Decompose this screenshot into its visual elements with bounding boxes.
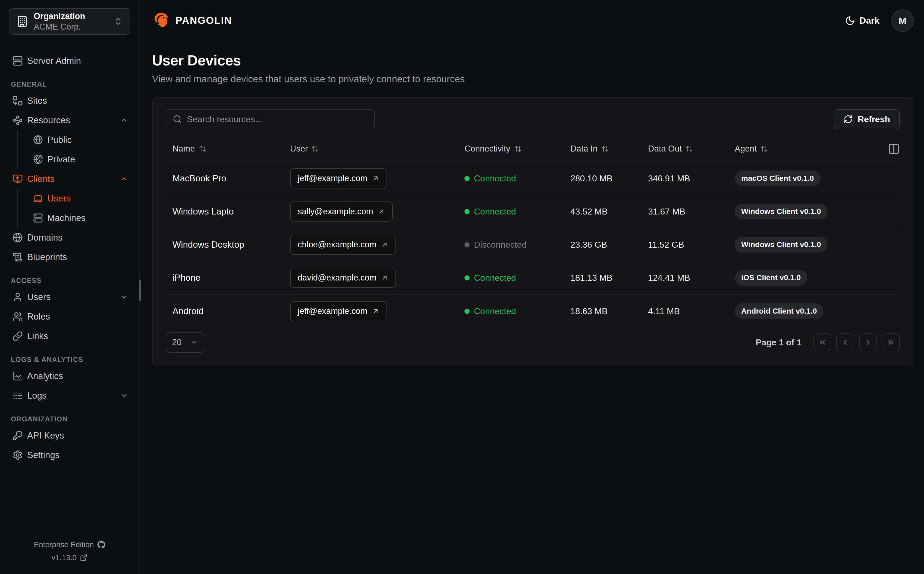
- column-header-name[interactable]: Name: [166, 144, 288, 154]
- sort-icon[interactable]: [686, 145, 693, 153]
- connectivity-status: Connected: [464, 207, 516, 217]
- table-row: iPhone david@example.com Connected 181.1…: [166, 262, 900, 295]
- user-link-chip[interactable]: david@example.com: [290, 268, 396, 288]
- sidebar: Organization ACME Corp. Server Admin GEN…: [0, 0, 140, 574]
- chart-line-icon: [13, 371, 23, 381]
- sidebar-item-sites[interactable]: Sites: [0, 91, 139, 110]
- user-link-chip[interactable]: chloe@example.com: [290, 235, 396, 255]
- arrow-up-right-icon: [372, 308, 379, 315]
- sidebar-item-label: Server Admin: [27, 56, 81, 66]
- chevron-down-icon[interactable]: [120, 293, 128, 301]
- user-link-chip[interactable]: sally@example.com: [290, 202, 393, 222]
- sidebar-item-label: Public: [47, 135, 72, 145]
- sidebar-scrollbar-thumb[interactable]: [139, 280, 141, 301]
- column-label: Connectivity: [464, 144, 510, 154]
- sidebar-item-users[interactable]: Users: [0, 287, 139, 307]
- org-switcher-label: Organization: [34, 11, 108, 21]
- sidebar-nav: Server Admin GENERAL Sites Resources: [0, 35, 139, 538]
- refresh-button[interactable]: Refresh: [834, 109, 900, 129]
- column-header-user[interactable]: User: [288, 144, 462, 154]
- laptop-icon: [33, 194, 43, 203]
- sort-icon[interactable]: [760, 145, 768, 153]
- pangolin-logo-icon: [152, 12, 170, 30]
- sidebar-item-private[interactable]: Private: [18, 150, 139, 169]
- toolbar: Refresh: [166, 109, 900, 129]
- key-icon: [13, 430, 23, 441]
- sidebar-item-links[interactable]: Links: [0, 326, 139, 346]
- column-header-connectivity[interactable]: Connectivity: [462, 144, 568, 154]
- brand[interactable]: PANGOLIN: [152, 12, 232, 30]
- page-size-select[interactable]: 20: [166, 332, 204, 353]
- user-email: chloe@example.com: [298, 240, 377, 249]
- last-page-button[interactable]: [882, 333, 900, 352]
- sidebar-item-server-admin[interactable]: Server Admin: [0, 51, 139, 71]
- column-header-data-in[interactable]: Data In: [568, 144, 646, 154]
- column-header-data-out[interactable]: Data Out: [646, 144, 733, 154]
- avatar[interactable]: M: [891, 9, 914, 32]
- sidebar-item-blueprints[interactable]: Blueprints: [0, 248, 139, 267]
- page-size-value: 20: [172, 337, 181, 347]
- server-icon: [13, 56, 23, 66]
- org-switcher[interactable]: Organization ACME Corp.: [9, 8, 130, 35]
- sort-icon[interactable]: [312, 145, 319, 153]
- user-link-chip[interactable]: jeff@example.com: [290, 168, 387, 188]
- sidebar-footer: Enterprise Edition v1.13.0: [0, 538, 139, 564]
- section-heading-general: GENERAL: [0, 80, 139, 88]
- first-page-button[interactable]: [814, 333, 831, 352]
- sidebar-item-label: Analytics: [27, 371, 63, 381]
- sidebar-item-public[interactable]: Public: [18, 130, 139, 150]
- avatar-initial: M: [899, 16, 906, 26]
- sort-icon[interactable]: [601, 145, 609, 153]
- sidebar-item-clients[interactable]: Clients: [0, 169, 139, 189]
- columns-toggle-icon[interactable]: [888, 143, 900, 155]
- pagination: 20 Page 1 of 1: [166, 332, 900, 353]
- chevron-up-icon[interactable]: [120, 175, 128, 183]
- page-title: User Devices: [152, 52, 914, 69]
- sidebar-item-settings[interactable]: Settings: [0, 445, 139, 465]
- sort-icon[interactable]: [514, 145, 522, 153]
- chevron-down-icon: [190, 339, 198, 346]
- data-in: 18.63 MB: [568, 306, 646, 316]
- refresh-label: Refresh: [858, 114, 890, 125]
- search-input[interactable]: [187, 114, 368, 125]
- sidebar-item-label: Private: [47, 154, 75, 164]
- user-link-chip[interactable]: jeff@example.com: [290, 301, 387, 321]
- next-page-button[interactable]: [859, 333, 877, 352]
- column-label: Data In: [570, 144, 598, 154]
- edition-link[interactable]: Enterprise Edition: [0, 538, 139, 551]
- sidebar-item-domains[interactable]: Domains: [0, 228, 139, 248]
- chevron-up-icon[interactable]: [120, 116, 128, 125]
- sidebar-item-roles[interactable]: Roles: [0, 307, 139, 326]
- sidebar-item-label: Settings: [27, 450, 60, 460]
- search-icon: [173, 115, 182, 124]
- github-icon: [97, 541, 106, 549]
- sort-icon[interactable]: [199, 145, 207, 153]
- device-name: Windows Lapto: [166, 207, 288, 217]
- org-texts: Organization ACME Corp.: [34, 11, 108, 32]
- theme-toggle[interactable]: Dark: [845, 16, 880, 26]
- sidebar-item-logs[interactable]: Logs: [0, 386, 139, 405]
- column-header-agent[interactable]: Agent: [733, 144, 887, 154]
- edition-label: Enterprise Edition: [34, 540, 94, 549]
- version-link[interactable]: v1.13.0: [0, 551, 139, 564]
- search-box: [166, 109, 375, 129]
- status-label: Disconnected: [474, 240, 527, 250]
- resources-subgroup: Public Private: [17, 130, 139, 169]
- previous-page-button[interactable]: [836, 333, 854, 352]
- sidebar-item-analytics[interactable]: Analytics: [0, 366, 139, 386]
- status-label: Connected: [474, 173, 516, 183]
- status-dot: [464, 176, 470, 181]
- user-email: jeff@example.com: [298, 306, 367, 316]
- sidebar-item-resources[interactable]: Resources: [0, 110, 139, 130]
- chevron-down-icon[interactable]: [120, 391, 128, 400]
- sidebar-item-users-devices[interactable]: Users: [18, 189, 139, 208]
- users-icon: [13, 311, 23, 322]
- sidebar-item-api-keys[interactable]: API Keys: [0, 426, 139, 445]
- sidebar-item-label: Users: [47, 193, 71, 203]
- globe-icon: [33, 135, 43, 145]
- device-name: iPhone: [166, 273, 288, 283]
- sidebar-item-machines[interactable]: Machines: [18, 208, 139, 228]
- topbar: PANGOLIN Dark M: [152, 8, 914, 33]
- device-name: MacBook Pro: [166, 173, 288, 183]
- user-email: david@example.com: [298, 273, 377, 283]
